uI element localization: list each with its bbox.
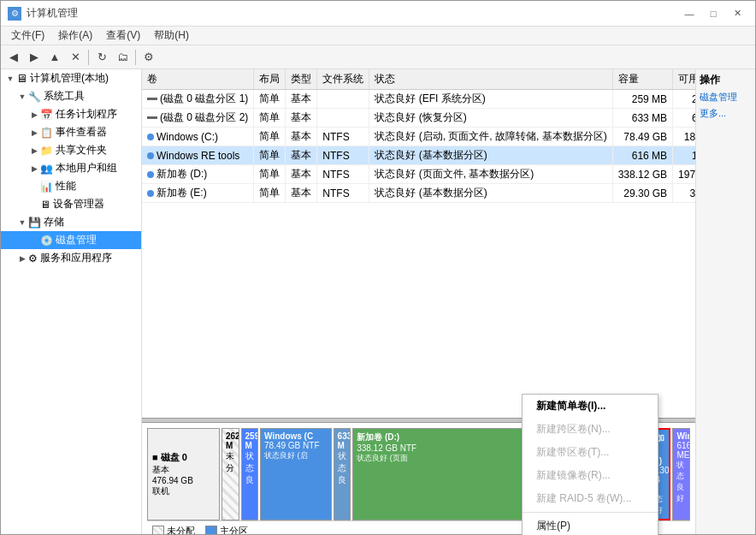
td-cap: 78.49 GB — [612, 128, 672, 146]
menu-view[interactable]: 查看(V) — [99, 27, 147, 45]
toolbar-btn-forward[interactable]: ▶ — [25, 48, 44, 67]
seg-sub: 78.49 GB NTF — [264, 441, 328, 450]
td-fs: NTFS — [317, 165, 369, 184]
td-fs: NTFS — [317, 128, 369, 146]
seg-sub2: 状态良好 (启 — [264, 450, 328, 461]
td-status: 状态良好 (EFI 系统分区) — [369, 90, 612, 109]
ctx-item-new-raid: 新建 RAID-5 卷(W)... — [523, 487, 658, 510]
system-tools-arrow: ▼ — [16, 91, 28, 103]
toolbar: ◀ ▶ ▲ ✕ ↻ 🗂 ⚙ — [1, 45, 755, 69]
toolbar-btn-action[interactable]: ⚙ — [139, 48, 158, 67]
ctx-item-new-mirror: 新建镜像卷(R)... — [523, 464, 658, 487]
disk-label: ■ 磁盘 0 基本 476.94 GB 联机 — [147, 428, 220, 520]
td-free: 3.80 GB — [673, 184, 695, 203]
legend-label-primary: 主分区 — [220, 525, 248, 534]
sidebar-item-device-mgr[interactable]: 🖥 设备管理器 — [1, 195, 141, 213]
sidebar-item-performance[interactable]: 📊 性能 — [1, 177, 141, 195]
seg-sub2: 状态良好 — [676, 460, 686, 504]
action-link-more[interactable]: 更多... — [700, 107, 752, 120]
close-button[interactable]: ✕ — [726, 5, 748, 22]
table-row[interactable]: Windows RE tools 简单 基本 NTFS 状态良好 (基本数据分区… — [142, 146, 695, 165]
seg-win-c[interactable]: Windows (C 78.49 GB NTF 状态良好 (启 — [260, 428, 332, 520]
minimize-button[interactable]: — — [678, 5, 700, 22]
td-fs: NTFS — [317, 184, 369, 203]
sidebar-label-shared: 共享文件夹 — [56, 143, 107, 158]
sidebar-item-event-viewer[interactable]: ▶ 📋 事件查看器 — [1, 123, 141, 141]
seg-unalloc1[interactable]: 262 M 未分 — [221, 428, 239, 520]
ctx-item-new-span: 新建跨区卷(N)... — [523, 418, 658, 441]
table-row[interactable]: (磁盘 0 磁盘分区 2) 简单 基本 状态良好 (恢复分区) 633 MB 6… — [142, 109, 695, 128]
td-layout: 简单 — [254, 146, 286, 165]
sidebar-label-task: 任务计划程序 — [56, 107, 117, 122]
td-cap: 616 MB — [612, 146, 672, 165]
sidebar: ▼ 🖥 计算机管理(本地) ▼ 🔧 系统工具 ▶ 📅 任务计划程序 ▶ 📋 事件… — [1, 69, 142, 534]
menu-action[interactable]: 操作(A) — [51, 27, 99, 45]
title-bar-buttons: — □ ✕ — [678, 5, 748, 22]
table-row[interactable]: 新加卷 (E:) 简单 基本 NTFS 状态良好 (基本数据分区) 29.30 … — [142, 184, 695, 203]
td-type: 基本 — [286, 184, 317, 203]
device-arrow — [28, 199, 40, 211]
sidebar-label-system-tools: 系统工具 — [44, 89, 85, 104]
sidebar-item-disk-mgmt[interactable]: 💿 磁盘管理 — [1, 231, 141, 249]
seg-633[interactable]: 633 M 状态良 — [334, 428, 351, 520]
seg-name: Windows (C — [264, 431, 328, 441]
sidebar-item-system-tools[interactable]: ▼ 🔧 系统工具 — [1, 87, 141, 105]
legend-box-primary — [205, 526, 217, 535]
table-row[interactable]: 新加卷 (D:) 简单 基本 NTFS 状态良好 (页面文件, 基本数据分区) … — [142, 165, 695, 184]
storage-arrow: ▼ — [16, 217, 28, 229]
toolbar-btn-tree[interactable]: 🗂 — [113, 48, 132, 67]
sidebar-label-device: 设备管理器 — [53, 197, 104, 211]
disk-size-label: 476.94 GB — [152, 476, 215, 485]
th-cap: 容量 — [612, 69, 672, 90]
action-link-disk[interactable]: 磁盘管理 — [700, 91, 752, 104]
menu-file[interactable]: 文件(F) — [4, 27, 51, 45]
sidebar-label-disk: 磁盘管理 — [56, 233, 97, 247]
seg-efi[interactable]: 259 M 状态良 — [241, 428, 259, 520]
sidebar-label-event: 事件查看器 — [56, 125, 107, 140]
sidebar-item-root[interactable]: ▼ 🖥 计算机管理(本地) — [1, 69, 141, 87]
disk-table-container: 卷 布局 类型 文件系统 状态 容量 可用空间 (磁盘 0 磁盘分区 1) 简单… — [142, 69, 695, 418]
td-type: 基本 — [286, 165, 317, 184]
legend-unalloc: 未分配 — [152, 525, 195, 534]
sidebar-item-task-scheduler[interactable]: ▶ 📅 任务计划程序 — [1, 105, 141, 123]
title-bar: ⚙ 计算机管理 — □ ✕ — [1, 1, 755, 27]
toolbar-btn-up[interactable]: ▲ — [45, 48, 64, 67]
seg-sub: 状态良 — [245, 450, 255, 486]
sidebar-item-services[interactable]: ▶ ⚙ 服务和应用程序 — [1, 249, 141, 267]
ctx-item-properties[interactable]: 属性(P) — [523, 514, 658, 535]
event-arrow: ▶ — [28, 127, 40, 139]
users-icon: 👥 — [40, 163, 53, 175]
users-arrow: ▶ — [28, 163, 40, 175]
maximize-button[interactable]: □ — [702, 5, 724, 22]
menu-help[interactable]: 帮助(H) — [147, 27, 196, 45]
task-arrow: ▶ — [28, 109, 40, 121]
td-vol: 新加卷 (E:) — [142, 184, 254, 203]
ctx-item-new-simple[interactable]: 新建简单卷(I)... — [523, 395, 658, 418]
window-title: 计算机管理 — [27, 6, 78, 21]
td-cap: 259 MB — [612, 90, 672, 109]
td-cap: 29.30 GB — [612, 184, 672, 203]
td-layout: 简单 — [254, 109, 286, 128]
sidebar-item-shared-folders[interactable]: ▶ 📁 共享文件夹 — [1, 141, 141, 159]
td-free: 633 MB — [673, 109, 695, 128]
td-layout: 简单 — [254, 184, 286, 203]
toolbar-sep-1 — [88, 50, 89, 65]
td-status: 状态良好 (启动, 页面文件, 故障转储, 基本数据分区) — [369, 128, 612, 146]
disk-icon: 💿 — [40, 235, 53, 247]
td-status: 状态良好 (基本数据分区) — [369, 146, 612, 165]
action-panel: 操作 磁盘管理 更多... — [695, 69, 755, 534]
th-layout: 布局 — [254, 69, 286, 90]
table-row[interactable]: Windows (C:) 简单 基本 NTFS 状态良好 (启动, 页面文件, … — [142, 128, 695, 146]
toolbar-btn-stop[interactable]: ✕ — [66, 48, 85, 67]
sidebar-item-storage[interactable]: ▼ 💾 存储 — [1, 213, 141, 231]
toolbar-btn-back[interactable]: ◀ — [4, 48, 23, 67]
td-type: 基本 — [286, 146, 317, 165]
toolbar-btn-refresh[interactable]: ↻ — [92, 48, 111, 67]
td-cap: 338.12 GB — [612, 165, 672, 184]
th-free: 可用空间 — [673, 69, 695, 90]
title-bar-left: ⚙ 计算机管理 — [8, 6, 78, 21]
sidebar-item-local-users[interactable]: ▶ 👥 本地用户和组 — [1, 159, 141, 177]
seg-retools[interactable]: Windo 616 ME 状态良好 — [672, 428, 690, 520]
table-row[interactable]: (磁盘 0 磁盘分区 1) 简单 基本 状态良好 (EFI 系统分区) 259 … — [142, 90, 695, 109]
th-vol: 卷 — [142, 69, 254, 90]
